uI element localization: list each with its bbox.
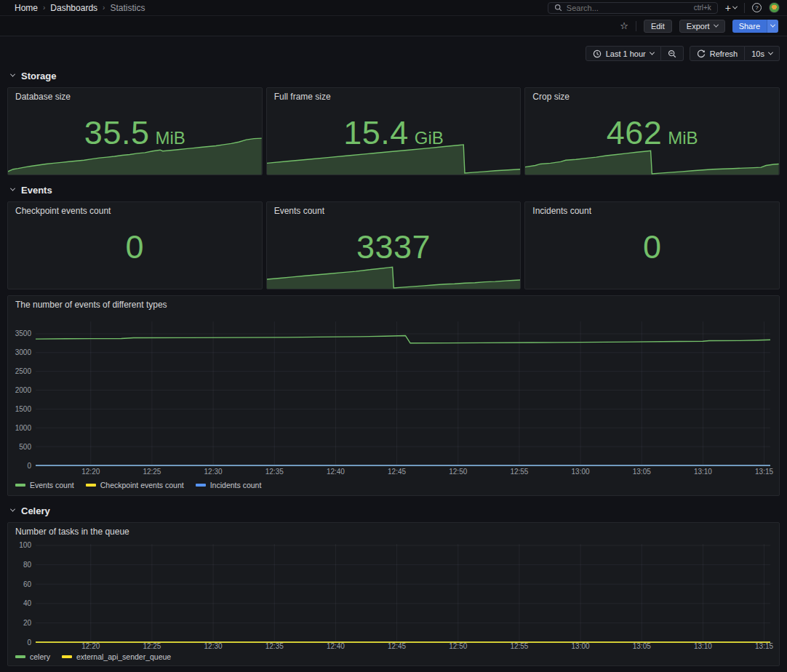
edit-button[interactable]: Edit <box>644 20 672 33</box>
x-axis-tick-label: 13:05 <box>633 642 651 650</box>
help-button[interactable]: ? <box>752 3 762 12</box>
panel-title[interactable]: Checkpoint events count <box>8 202 262 217</box>
legend-label: external_api_sender_queue <box>76 652 171 661</box>
refresh-button[interactable]: Refresh <box>690 46 746 61</box>
chevron-down-icon <box>714 23 719 28</box>
search-box[interactable]: ctrl+k <box>548 2 718 14</box>
zoom-out-button[interactable] <box>661 46 684 61</box>
question-circle-icon: ? <box>752 3 762 12</box>
panel-database-size: Database size 35.5 MiB <box>7 87 263 175</box>
refresh-interval-dropdown[interactable]: 10s <box>745 46 780 61</box>
section-title: Celery <box>21 505 50 516</box>
x-axis-tick-label: 12:55 <box>510 468 528 476</box>
stat-value: 15.4 <box>343 114 409 152</box>
y-axis-tick-label: 1500 <box>15 405 32 413</box>
nav-right-controls: ctrl+k + ? <box>548 2 780 14</box>
star-icon[interactable]: ☆ <box>620 21 628 31</box>
x-axis-tick-label: 12:30 <box>204 642 223 650</box>
legend-swatch <box>196 484 206 487</box>
y-axis-tick-label: 2500 <box>15 367 32 375</box>
x-axis-tick-label: 12:40 <box>327 468 345 476</box>
x-axis-tick-label: 13:10 <box>694 642 712 650</box>
clock-icon <box>593 49 602 58</box>
section-header-storage[interactable]: Storage <box>11 71 787 81</box>
user-avatar[interactable] <box>769 2 780 13</box>
panel-title[interactable]: Crop size <box>525 88 779 103</box>
breadcrumb-separator: › <box>43 4 45 12</box>
stat-value-wrap: 0 <box>8 228 262 266</box>
panel-title[interactable]: Full frame size <box>267 88 521 103</box>
chevron-down-icon <box>10 72 15 77</box>
breadcrumb-dashboards[interactable]: Dashboards <box>50 3 97 13</box>
add-new-button[interactable]: + <box>725 3 737 13</box>
top-nav-bar: Home › Dashboards › Statistics ctrl+k + … <box>0 0 787 16</box>
refresh-group: Refresh 10s <box>690 46 780 61</box>
y-axis-tick-label: 0 <box>27 462 31 470</box>
zoom-out-icon <box>668 49 676 58</box>
export-label: Export <box>687 22 710 31</box>
legend-item[interactable]: external_api_sender_queue <box>62 652 171 661</box>
x-axis-tick-label: 12:25 <box>143 468 161 476</box>
legend-item[interactable]: Events count <box>15 481 74 489</box>
legend-label: Incidents count <box>210 481 262 489</box>
chart-legend: Events countCheckpoint events countIncid… <box>8 479 779 493</box>
search-input[interactable] <box>567 4 690 12</box>
stat-unit: MiB <box>668 128 698 148</box>
stat-value-wrap: 35.5 MiB <box>8 114 262 152</box>
x-axis-tick-label: 12:50 <box>449 642 467 650</box>
chevron-down-icon <box>10 186 15 191</box>
chevron-down-icon <box>732 4 738 9</box>
y-axis-tick-label: 60 <box>23 580 32 588</box>
chevron-down-icon <box>10 507 15 512</box>
section-header-events[interactable]: Events <box>11 185 787 196</box>
x-axis-tick-label: 12:50 <box>449 468 467 476</box>
events-panels-row: Checkpoint events count 0 Events count 3… <box>7 201 780 289</box>
timeseries-chart[interactable]: 02040608010012:2012:2512:3012:3512:4012:… <box>8 538 779 650</box>
y-axis-tick-label: 0 <box>27 639 31 647</box>
refresh-icon <box>697 49 706 58</box>
section-header-celery[interactable]: Celery <box>11 505 787 516</box>
panel-title[interactable]: Database size <box>8 88 262 103</box>
x-axis-tick-label: 12:30 <box>204 468 223 476</box>
share-menu-button[interactable] <box>767 20 778 33</box>
timeseries-chart[interactable]: 050010001500200025003000350012:2012:2512… <box>8 311 779 479</box>
panel-title[interactable]: Number of tasks in the queue <box>8 523 779 538</box>
x-axis-tick-label: 12:45 <box>388 468 406 476</box>
x-axis-tick-label: 13:00 <box>572 468 590 476</box>
stat-unit: MiB <box>155 128 185 148</box>
stat-value-wrap: 15.4 GiB <box>267 114 521 152</box>
legend-item[interactable]: Checkpoint events count <box>86 481 184 489</box>
legend-swatch <box>15 655 25 658</box>
panel-title[interactable]: Incidents count <box>525 202 779 217</box>
breadcrumb-home[interactable]: Home <box>15 3 38 13</box>
dashboard-action-bar: ☆ Edit Export Share <box>0 16 787 36</box>
y-axis-tick-label: 40 <box>23 599 32 607</box>
panel-title[interactable]: The number of events of different types <box>8 296 779 311</box>
stat-value-wrap: 0 <box>525 228 779 266</box>
x-axis-tick-label: 12:55 <box>510 642 528 650</box>
x-axis-tick-label: 13:00 <box>572 642 590 650</box>
plus-icon: + <box>725 3 731 13</box>
chevron-down-icon <box>650 50 655 55</box>
legend-item[interactable]: celery <box>15 652 50 661</box>
x-axis-tick-label: 13:15 <box>755 642 773 650</box>
share-button[interactable]: Share <box>732 20 767 33</box>
panel-celery-queue: Number of tasks in the queue 02040608010… <box>7 522 780 666</box>
storage-panels-row: Database size 35.5 MiB Full frame size 1… <box>7 87 780 175</box>
y-axis-tick-label: 20 <box>23 619 32 627</box>
search-icon <box>554 4 562 12</box>
legend-item[interactable]: Incidents count <box>196 481 262 489</box>
x-axis-tick-label: 12:45 <box>388 642 406 650</box>
x-axis-tick-label: 12:35 <box>265 468 284 476</box>
panel-crop-size: Crop size 462 MiB <box>524 87 780 175</box>
refresh-label: Refresh <box>710 49 738 58</box>
breadcrumb: Home › Dashboards › Statistics <box>15 3 145 13</box>
chart-legend: celeryexternal_api_sender_queue <box>8 650 779 665</box>
time-range-picker[interactable]: Last 1 hour <box>586 46 661 61</box>
refresh-interval-label: 10s <box>751 49 764 58</box>
y-axis-tick-label: 3500 <box>15 329 32 337</box>
stat-value: 462 <box>607 114 663 152</box>
export-button[interactable]: Export <box>679 20 725 33</box>
stat-value: 0 <box>643 228 662 266</box>
panel-title[interactable]: Events count <box>267 202 521 217</box>
